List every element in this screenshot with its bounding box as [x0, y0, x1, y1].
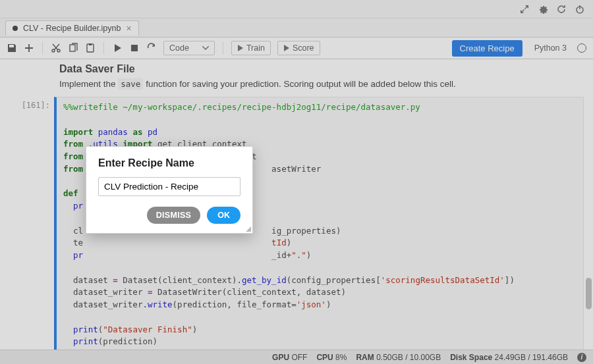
separator [42, 41, 43, 55]
dismiss-button[interactable]: DISMISS [147, 207, 201, 224]
notebook-tab[interactable]: CLV - Recipe Builder.ipynb × [5, 20, 139, 36]
status-disk: Disk Space 24.49GB / 191.46GB [450, 353, 568, 362]
train-button[interactable]: Train [231, 41, 271, 55]
save-icon[interactable] [7, 43, 17, 53]
prompt-161: [161]: [9, 97, 57, 353]
ok-button[interactable]: OK [207, 207, 240, 224]
kernel-status-icon[interactable] [577, 43, 586, 53]
tab-title: CLV - Recipe Builder.ipynb [23, 24, 121, 33]
svg-rect-6 [89, 43, 92, 45]
copy-icon[interactable] [68, 43, 78, 53]
dirty-dot-icon [13, 26, 18, 31]
cell-type-select[interactable]: Code [163, 41, 215, 55]
stop-icon[interactable] [129, 43, 140, 53]
add-icon[interactable] [24, 43, 34, 53]
create-recipe-label: Create Recipe [460, 43, 515, 53]
separator [103, 41, 104, 55]
status-ram: RAM 0.50GB / 10.00GB [356, 353, 441, 362]
resize-handle-icon[interactable] [244, 225, 251, 232]
score-button[interactable]: Score [277, 41, 320, 55]
svg-rect-4 [70, 45, 75, 51]
md-text: Implement the save function for saving y… [59, 79, 580, 89]
restart-icon[interactable] [146, 43, 157, 53]
separator [223, 41, 223, 55]
expand-icon[interactable] [519, 4, 530, 14]
markdown-cell[interactable]: Data Saver File Implement the save funct… [0, 59, 593, 94]
play-icon [237, 45, 244, 51]
cut-icon[interactable] [51, 43, 61, 53]
cell-type-label: Code [169, 43, 189, 53]
train-label: Train [246, 43, 265, 53]
recipe-name-input[interactable] [98, 177, 240, 196]
tab-strip: CLV - Recipe Builder.ipynb × [0, 18, 593, 37]
recipe-name-dialog: Enter Recipe Name DISMISS OK [86, 146, 253, 234]
dismiss-label: DISMISS [156, 211, 192, 220]
scrollbar-thumb[interactable] [586, 278, 592, 309]
status-bar: GPU OFF CPU 8% RAM 0.50GB / 10.00GB Disk… [0, 350, 593, 364]
ok-label: OK [217, 211, 230, 220]
chevron-down-icon [202, 46, 209, 50]
svg-rect-7 [131, 45, 138, 51]
play-icon [283, 45, 290, 51]
app-frame: CLV - Recipe Builder.ipynb × Code Train … [0, 0, 593, 364]
refresh-icon[interactable] [556, 4, 567, 14]
status-gpu: GPU OFF [272, 353, 307, 362]
info-icon[interactable]: i [577, 353, 586, 362]
paste-icon[interactable] [85, 43, 96, 53]
create-recipe-button[interactable]: Create Recipe [452, 40, 522, 57]
close-icon[interactable]: × [126, 24, 131, 33]
dialog-title: Enter Recipe Name [98, 157, 240, 169]
run-icon[interactable] [112, 43, 123, 53]
md-heading: Data Saver File [59, 63, 580, 75]
gear-icon[interactable] [538, 4, 548, 14]
kernel-name[interactable]: Python 3 [529, 43, 567, 53]
notebook-toolbar: Code Train Score Create Recipe Python 3 [0, 37, 593, 59]
status-cpu: CPU 8% [316, 353, 347, 362]
power-icon[interactable] [575, 4, 585, 14]
score-label: Score [293, 43, 314, 53]
window-top-bar [0, 0, 593, 18]
